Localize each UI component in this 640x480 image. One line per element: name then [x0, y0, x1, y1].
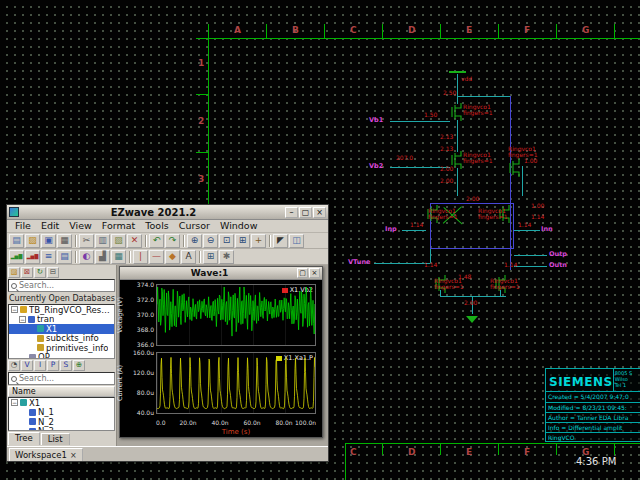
wave-restore-button[interactable]: ▢	[297, 268, 308, 278]
redo-button[interactable]: ↷	[165, 234, 180, 248]
panel-tab-tree[interactable]: Tree	[8, 432, 40, 445]
open-file-button[interactable]: ▨	[25, 234, 40, 248]
tree-item-n_2[interactable]: N_2	[9, 417, 114, 427]
desktop: ABCDEFGCDEFG123 vdd2.501.502.132.13207.0…	[0, 0, 640, 480]
select-cursor-icon: ◤	[277, 236, 284, 245]
tree-item-subckts_info[interactable]: subckts_info	[9, 334, 114, 344]
wire	[457, 120, 458, 152]
delete-button[interactable]: ✕	[127, 234, 142, 248]
recent-signals-button[interactable]: ◔	[8, 360, 20, 371]
collapse-all-button[interactable]: ⊟	[47, 267, 59, 278]
minimize-button[interactable]: –	[285, 207, 298, 218]
x-tick-label: 40.0n	[211, 420, 228, 426]
stack-chart-button[interactable]: ▤	[57, 250, 72, 264]
table-view-button[interactable]: ▦	[111, 250, 126, 264]
strip-chart-button[interactable]: ≡	[41, 250, 56, 264]
zoom-out-button[interactable]: ⊖	[203, 234, 218, 248]
port-vb1[interactable]: Vb1	[369, 117, 383, 124]
expander-icon[interactable]: −	[19, 316, 26, 323]
tree-item-label: primitives_info	[46, 343, 108, 353]
current-filter-button[interactable]: I	[34, 360, 46, 371]
workspace-tab[interactable]: Workspace1 ×	[9, 448, 83, 461]
tree-item-label: TB_RingVCO_ResultsPa	[29, 305, 114, 315]
port-vb2[interactable]: Vb2	[369, 163, 383, 170]
name-column-header[interactable]: Name	[8, 386, 115, 397]
y-tick-label: 374.0	[128, 282, 154, 288]
menu-edit[interactable]: Edit	[36, 220, 64, 232]
wave-titlebar[interactable]: Wave:1 ▢×	[120, 267, 322, 280]
overlay-waveform-button[interactable]: ▂▅▇	[25, 250, 40, 264]
menu-format[interactable]: Format	[97, 220, 140, 232]
schematic-label: 2.00	[464, 300, 477, 306]
panel-tab-list[interactable]: List	[41, 433, 70, 445]
maximize-button[interactable]: ▢	[299, 207, 312, 218]
save-file-button[interactable]: ▣	[41, 234, 56, 248]
zoom-area-button[interactable]: ⊞	[235, 234, 250, 248]
signal-filter-button[interactable]: S	[60, 360, 72, 371]
add-signal-button[interactable]: ⊕	[73, 360, 85, 371]
annotation-button[interactable]: A	[181, 250, 196, 264]
expander-icon[interactable]: −	[11, 399, 18, 406]
voltage-filter-button[interactable]: V	[21, 360, 33, 371]
complex-chart-button[interactable]: ◐	[79, 250, 94, 264]
new-waveform-button[interactable]: ▂▅▇	[9, 250, 24, 264]
net-icon	[29, 418, 36, 425]
schematic-label: 1.14	[410, 222, 423, 228]
menu-view[interactable]: View	[64, 220, 97, 232]
port-inp[interactable]: Inp	[385, 226, 397, 233]
wave-window: Wave:1 ▢× Voltage (V)374.0372.0370.0368.…	[119, 266, 323, 438]
calculator-button[interactable]: ⊞	[203, 250, 218, 264]
cut-icon: ✂	[83, 236, 91, 245]
tree-item-tran[interactable]: −tran	[9, 315, 114, 325]
copy-button[interactable]: ▥	[95, 234, 110, 248]
port-vtune[interactable]: VTune	[348, 259, 370, 266]
signal-search-input[interactable]	[19, 374, 112, 383]
menu-file[interactable]: File	[10, 220, 36, 232]
y-tick-label: 370.0	[128, 312, 154, 318]
cut-button[interactable]: ✂	[79, 234, 94, 248]
histogram-button[interactable]: ▟	[95, 250, 110, 264]
vertical-cursor-button[interactable]: |	[133, 250, 148, 264]
tree-item-n_1[interactable]: N_1	[9, 408, 114, 418]
horizontal-cursor-button[interactable]: —	[149, 250, 164, 264]
preferences-button[interactable]: ✱	[219, 250, 234, 264]
menu-cursor[interactable]: Cursor	[174, 220, 215, 232]
sheet-border-top	[208, 38, 640, 39]
expander-icon[interactable]: −	[11, 306, 18, 313]
pan-button[interactable]: +	[251, 234, 266, 248]
sheet-tick	[440, 24, 441, 38]
port-outp[interactable]: Outp	[549, 251, 567, 258]
database-search-input[interactable]	[19, 281, 112, 290]
port-inn[interactable]: Inn	[541, 226, 553, 233]
tree-item-x1[interactable]: X1	[9, 324, 114, 334]
toolbar-separator	[129, 251, 130, 263]
print-button[interactable]: ▦	[57, 234, 72, 248]
undo-button[interactable]: ↶	[149, 234, 164, 248]
ezwave-titlebar[interactable]: EZwave 2021.2 –▢×	[7, 205, 328, 220]
toolbar-separator	[75, 251, 76, 263]
new-file-button[interactable]: ▤	[9, 234, 24, 248]
close-database-button[interactable]: ⊠	[21, 267, 33, 278]
schematic-label: 1.14	[531, 214, 544, 220]
zoom-full-button[interactable]: ⊡	[219, 234, 234, 248]
refresh-button[interactable]: ↻	[34, 267, 46, 278]
menu-window[interactable]: Window	[215, 220, 262, 232]
close-button[interactable]: ×	[313, 207, 326, 218]
strip-chart-icon: ≡	[45, 252, 53, 261]
open-database-button[interactable]: ▨	[8, 267, 20, 278]
wave-close-button[interactable]: ×	[309, 268, 320, 278]
port-outn[interactable]: Outn	[549, 262, 567, 269]
measure-button[interactable]: ◫	[289, 234, 304, 248]
tree-item-tb_ringvco_resultspa[interactable]: −TB_RingVCO_ResultsPa	[9, 305, 114, 315]
paste-button[interactable]: ▧	[111, 234, 126, 248]
tree-item-x1[interactable]: −X1	[9, 398, 114, 408]
wire	[402, 230, 426, 231]
tree-item-primitives_info[interactable]: primitives_info	[9, 343, 114, 353]
zoom-in-button[interactable]: ⊕	[187, 234, 202, 248]
select-cursor-button[interactable]: ◤	[273, 234, 288, 248]
workspace-tab-close-icon[interactable]: ×	[70, 451, 77, 460]
marker-button[interactable]: ◆	[165, 250, 180, 264]
mosfet-symbol[interactable]	[506, 158, 523, 178]
menu-tools[interactable]: Tools	[140, 220, 173, 232]
power-filter-button[interactable]: P	[47, 360, 59, 371]
